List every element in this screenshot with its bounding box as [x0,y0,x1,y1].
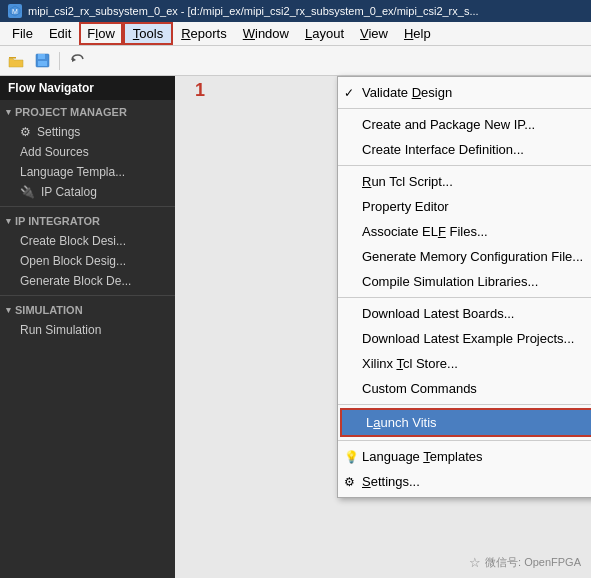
menu-file[interactable]: File [4,22,41,45]
nav-item-settings[interactable]: ⚙ Settings [0,122,175,142]
dropdown-item-label: Run Tcl Script... [362,174,453,189]
dropdown-item-label: Property Editor [362,199,449,214]
nav-header: Flow Navigator [0,76,175,100]
toolbar-undo-btn[interactable] [65,50,89,72]
nav-item-label: Add Sources [20,145,89,159]
nav-section-simulation[interactable]: ▾ SIMULATION [0,300,175,320]
chevron-down-icon: ▾ [6,107,11,117]
dropdown-item-create-interface-def[interactable]: Create Interface Definition... [338,137,591,162]
dropdown-item-download-example-projects[interactable]: Download Latest Example Projects... [338,326,591,351]
dropdown-item-settings[interactable]: ⚙ Settings... [338,469,591,494]
launch-vitis-border: Launch Vitis [340,408,591,437]
dropdown-item-label: Xilinx Tcl Store... [362,356,458,371]
dropdown-item-label: Download Latest Example Projects... [362,331,574,346]
watermark: ☆ 微信号: OpenFPGA [469,555,581,570]
nav-item-label: Generate Block De... [20,274,131,288]
menu-view-label: View [360,26,388,41]
bulb-icon: 💡 [344,450,359,464]
nav-section-label: PROJECT MANAGER [15,106,127,118]
gear-icon: ⚙ [20,125,31,139]
chevron-down-icon: ▾ [6,305,11,315]
app-icon: M [8,4,22,18]
toolbar-separator-1 [59,52,60,70]
dropdown-item-custom-commands[interactable]: Custom Commands ▶ [338,376,591,401]
menu-layout[interactable]: Layout [297,22,352,45]
nav-item-label: Run Simulation [20,323,101,337]
nav-item-create-block-design[interactable]: Create Block Desi... [0,231,175,251]
nav-section-project-manager[interactable]: ▾ PROJECT MANAGER [0,102,175,122]
main-layout: Flow Navigator ▾ PROJECT MANAGER ⚙ Setti… [0,76,591,578]
toolbar [0,46,591,76]
dropdown-item-label: Generate Memory Configuration File... [362,249,583,264]
content-area: ✓ Validate Design F6 Create and Package … [175,76,591,578]
toolbar-open-btn[interactable] [4,50,28,72]
nav-section-label: SIMULATION [15,304,83,316]
gear-icon: ⚙ [344,475,355,489]
menu-reports[interactable]: Reports [173,22,235,45]
menu-help-label: Help [404,26,431,41]
dropdown-item-label: Language Templates [362,449,482,464]
dropdown-item-label: Create Interface Definition... [362,142,524,157]
svg-rect-4 [38,54,45,59]
dropdown-item-generate-memory-config[interactable]: Generate Memory Configuration File... [338,244,591,269]
ip-icon: 🔌 [20,185,35,199]
nav-item-add-sources[interactable]: Add Sources [0,142,175,162]
dropdown-item-property-editor[interactable]: Property Editor Ctrl+J [338,194,591,219]
svg-marker-6 [72,57,76,62]
dropdown-separator [338,440,591,441]
dropdown-item-label: Create and Package New IP... [362,117,535,132]
menu-tools-label: Tools [133,26,163,41]
nav-item-open-block-design[interactable]: Open Block Desig... [0,251,175,271]
dropdown-item-label: Download Latest Boards... [362,306,514,321]
nav-item-label: Open Block Desig... [20,254,126,268]
nav-item-label: Language Templa... [20,165,125,179]
window-title: mipi_csi2_rx_subsystem_0_ex - [d:/mipi_e… [28,5,479,17]
dropdown-item-label: Settings... [362,474,420,489]
toolbar-save-btn[interactable] [30,50,54,72]
menu-help[interactable]: Help [396,22,439,45]
nav-item-language-templates[interactable]: Language Templa... [0,162,175,182]
chevron-down-icon: ▾ [6,216,11,226]
annotation-label-1: 1 [195,80,205,101]
dropdown-item-label: Associate ELF Files... [362,224,488,239]
svg-text:M: M [12,8,18,15]
menu-layout-label: Layout [305,26,344,41]
dropdown-item-launch-vitis[interactable]: Launch Vitis [342,410,591,435]
nav-item-label: Create Block Desi... [20,234,126,248]
nav-item-run-simulation[interactable]: Run Simulation [0,320,175,340]
menu-edit-label: Edit [49,26,71,41]
nav-section-ip-integrator[interactable]: ▾ IP INTEGRATOR [0,211,175,231]
checkmark-icon: ✓ [344,86,354,100]
menu-edit[interactable]: Edit [41,22,79,45]
nav-item-generate-block-design[interactable]: Generate Block De... [0,271,175,291]
dropdown-item-download-boards[interactable]: Download Latest Boards... [338,301,591,326]
menu-window-label: Window [243,26,289,41]
dropdown-separator [338,108,591,109]
dropdown-item-run-tcl-script[interactable]: Run Tcl Script... [338,169,591,194]
nav-divider-2 [0,295,175,296]
nav-item-label: IP Catalog [41,185,97,199]
dropdown-item-associate-elf[interactable]: Associate ELF Files... [338,219,591,244]
dropdown-item-label: Custom Commands [362,381,477,396]
dropdown-separator [338,165,591,166]
dropdown-item-language-templates[interactable]: 💡 Language Templates [338,444,591,469]
tools-dropdown-menu: ✓ Validate Design F6 Create and Package … [337,76,591,498]
title-bar: M mipi_csi2_rx_subsystem_0_ex - [d:/mipi… [0,0,591,22]
dropdown-item-validate-design[interactable]: ✓ Validate Design F6 [338,80,591,105]
flow-navigator: Flow Navigator ▾ PROJECT MANAGER ⚙ Setti… [0,76,175,578]
dropdown-item-compile-sim-libs[interactable]: Compile Simulation Libraries... [338,269,591,294]
menu-window[interactable]: Window [235,22,297,45]
nav-divider-1 [0,206,175,207]
menu-view[interactable]: View [352,22,396,45]
dropdown-item-label: Validate Design [362,85,452,100]
menu-flow[interactable]: Flow [79,22,122,45]
dropdown-item-label: Launch Vitis [366,415,437,430]
dropdown-item-xilinx-tcl-store[interactable]: Xilinx Tcl Store... [338,351,591,376]
svg-rect-5 [38,61,47,66]
nav-item-ip-catalog[interactable]: 🔌 IP Catalog [0,182,175,202]
menu-tools[interactable]: Tools [123,22,173,45]
nav-section-label: IP INTEGRATOR [15,215,100,227]
menu-file-label: File [12,26,33,41]
dropdown-separator [338,297,591,298]
dropdown-item-create-package-ip[interactable]: Create and Package New IP... [338,112,591,137]
